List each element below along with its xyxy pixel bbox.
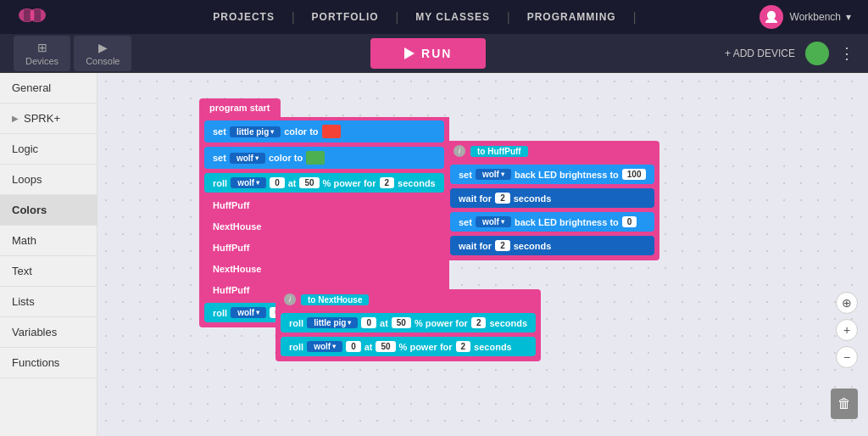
- nav-sep-4: |: [633, 10, 637, 24]
- console-tab[interactable]: ▶ Console: [74, 36, 131, 71]
- svg-rect-3: [34, 9, 41, 21]
- nexthouse-func-header: i to NextHouse: [275, 289, 541, 310]
- devices-tab[interactable]: ⊞ Devices: [14, 36, 70, 71]
- time-val-1[interactable]: 2: [380, 177, 395, 188]
- sidebar-item-text[interactable]: Text: [0, 256, 97, 287]
- sidebar-label-functions: Functions: [12, 356, 59, 369]
- time-val-4[interactable]: 2: [456, 341, 471, 352]
- wolf-dropdown-1[interactable]: wolf: [230, 153, 265, 164]
- huffpuff-label-2[interactable]: HuffPuff: [204, 239, 444, 258]
- wait-block-1[interactable]: wait for 2 seconds: [450, 188, 654, 208]
- nav-portfolio[interactable]: PORTFOLIO: [295, 11, 396, 23]
- sidebar-item-general[interactable]: General: [0, 73, 97, 103]
- wait-val-1[interactable]: 2: [495, 193, 510, 204]
- wolf-dropdown-5[interactable]: wolf: [476, 216, 511, 227]
- workbench-chevron-icon: ▾: [846, 11, 851, 23]
- nav-right: Workbench ▾: [760, 5, 851, 29]
- roll-little-pig-block[interactable]: roll little pig 0 at 50 % power for 2 se…: [281, 313, 536, 333]
- roll-val-4[interactable]: 0: [346, 341, 361, 352]
- color-swatch-red[interactable]: [322, 125, 341, 138]
- console-icon: ▶: [98, 41, 108, 54]
- sidebar-label-logic: Logic: [12, 143, 38, 155]
- set-wolf-led-block-2[interactable]: set wolf back LED brightness to 0: [450, 212, 654, 232]
- nexthouse-label-2[interactable]: NextHouse: [204, 260, 444, 279]
- wolf-dropdown-6[interactable]: wolf: [307, 341, 342, 352]
- sidebar-label-lists: Lists: [12, 295, 35, 308]
- roll-val-1[interactable]: 0: [270, 177, 285, 188]
- brightness-val-2[interactable]: 0: [622, 216, 637, 227]
- canvas-controls: ⊕ + −: [836, 292, 858, 368]
- block-group-huffpuff[interactable]: i to HuffPuff set wolf back LED brightne…: [445, 141, 659, 260]
- wolf-dropdown-3[interactable]: wolf: [231, 307, 266, 318]
- nav-projects[interactable]: PROJECTS: [196, 11, 292, 23]
- add-device-label: + ADD DEVICE: [725, 48, 795, 59]
- zoom-in-button[interactable]: +: [836, 319, 858, 341]
- brightness-val-1[interactable]: 100: [622, 169, 647, 180]
- wait-block-2[interactable]: wait for 2 seconds: [450, 236, 654, 255]
- add-device-button[interactable]: + ADD DEVICE: [725, 48, 795, 59]
- wolf-dropdown-4[interactable]: wolf: [476, 169, 511, 180]
- little-pig-dropdown-2[interactable]: little pig: [307, 317, 358, 328]
- set-wolf-led-block-1[interactable]: set wolf back LED brightness to 100: [450, 165, 654, 184]
- trash-icon: 🗑: [837, 396, 851, 411]
- connection-status-indicator: [805, 42, 829, 65]
- toolbar-left: ⊞ Devices ▶ Console: [14, 36, 131, 71]
- power-val-3[interactable]: 50: [392, 317, 411, 328]
- toolbar-right: + ADD DEVICE ⋮: [725, 42, 854, 65]
- programming-canvas[interactable]: program start set little pig color to se…: [97, 73, 868, 436]
- roll-val-3[interactable]: 0: [361, 317, 376, 328]
- time-val-3[interactable]: 2: [471, 317, 487, 328]
- sidebar-label-variables: Variables: [12, 326, 57, 338]
- power-val-4[interactable]: 50: [376, 341, 395, 352]
- workbench-label: Workbench: [790, 11, 841, 23]
- sidebar-label-loops: Loops: [12, 173, 42, 186]
- recenter-button[interactable]: ⊕: [836, 292, 858, 314]
- sidebar-item-lists[interactable]: Lists: [0, 287, 97, 317]
- roll-wolf-block-3[interactable]: roll wolf 0 at 50 % power for 2 seconds: [281, 337, 536, 356]
- wait-val-2[interactable]: 2: [495, 240, 510, 251]
- sidebar-label-math: Math: [12, 234, 36, 247]
- sidebar-item-functions[interactable]: Functions: [0, 348, 97, 378]
- sidebar-item-loops[interactable]: Loops: [0, 165, 97, 195]
- user-avatar[interactable]: [760, 5, 783, 29]
- roll-wolf-block-1[interactable]: roll wolf 0 at 50 % power for 2 seconds: [204, 173, 444, 193]
- sidebar-item-colors[interactable]: Colors: [0, 195, 97, 226]
- toolbar: ⊞ Devices ▶ Console RUN + ADD DEVICE ⋮: [0, 34, 868, 73]
- sidebar: General ▶ SPRK+ Logic Loops Colors Math …: [0, 73, 97, 436]
- devices-label: Devices: [25, 56, 58, 66]
- svg-rect-2: [24, 9, 31, 21]
- play-icon: [404, 48, 415, 59]
- huffpuff-func-name: to HuffPuff: [470, 146, 528, 157]
- trash-button[interactable]: 🗑: [831, 388, 858, 419]
- power-val-1[interactable]: 50: [299, 177, 319, 188]
- nexthouse-label-1[interactable]: NextHouse: [204, 218, 444, 237]
- set-little-pig-color-block[interactable]: set little pig color to: [204, 120, 444, 143]
- more-options-button[interactable]: ⋮: [839, 44, 854, 63]
- set-wolf-color-block[interactable]: set wolf color to: [204, 147, 444, 169]
- sidebar-item-math[interactable]: Math: [0, 226, 97, 256]
- zoom-out-button[interactable]: −: [836, 346, 858, 368]
- color-swatch-green[interactable]: [306, 151, 325, 165]
- huffpuff-func-header: i to HuffPuff: [445, 141, 659, 161]
- program-start-header: program start: [199, 98, 281, 117]
- sprk-expand-icon: ▶: [12, 114, 19, 123]
- wolf-dropdown-2[interactable]: wolf: [231, 177, 266, 188]
- block-group-nexthouse[interactable]: i to NextHouse roll little pig 0 at 50 %…: [275, 289, 541, 361]
- sidebar-item-logic[interactable]: Logic: [0, 134, 97, 165]
- top-navigation: PROJECTS | PORTFOLIO | MY CLASSES | PROG…: [0, 0, 868, 34]
- sidebar-item-sprk[interactable]: ▶ SPRK+: [0, 103, 97, 134]
- info-icon-1[interactable]: i: [453, 145, 465, 157]
- main-content: General ▶ SPRK+ Logic Loops Colors Math …: [0, 73, 868, 436]
- sidebar-item-variables[interactable]: Variables: [0, 317, 97, 348]
- app-logo[interactable]: [17, 3, 47, 31]
- huffpuff-label-1[interactable]: HuffPuff: [204, 197, 444, 215]
- run-button[interactable]: RUN: [370, 38, 486, 69]
- workbench-button[interactable]: Workbench ▾: [790, 11, 851, 23]
- nav-programming[interactable]: PROGRAMMING: [510, 11, 633, 23]
- run-label: RUN: [421, 47, 452, 60]
- sidebar-label-colors: Colors: [12, 204, 47, 216]
- little-pig-dropdown[interactable]: little pig: [230, 126, 281, 137]
- info-icon-2[interactable]: i: [284, 293, 296, 305]
- nav-my-classes[interactable]: MY CLASSES: [398, 11, 507, 23]
- devices-icon: ⊞: [37, 41, 47, 54]
